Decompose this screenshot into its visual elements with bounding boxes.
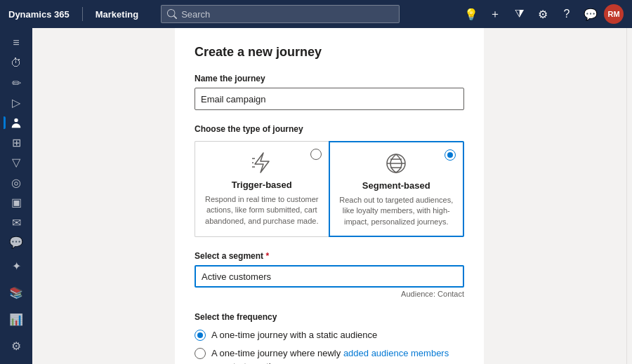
- freq-radio-open[interactable]: [195, 348, 206, 359]
- sidebar-list-icon[interactable]: ▣: [4, 194, 29, 212]
- name-section: Name the journey: [195, 74, 464, 110]
- module-name: Marketing: [96, 9, 138, 20]
- freq-option-static[interactable]: A one-time journey with a static audienc…: [195, 329, 464, 342]
- segment-icon: [338, 151, 455, 176]
- sidebar-people-icon[interactable]: [4, 114, 29, 132]
- sidebar-star-icon[interactable]: ✦: [4, 253, 29, 278]
- frequency-label: Select the frequency: [195, 312, 464, 322]
- nav-icon-group: 💡 ＋ ⧩ ⚙ ? 💬 RM: [461, 4, 624, 25]
- sidebar-recent-icon[interactable]: ⏱: [4, 53, 29, 72]
- nav-divider: [82, 7, 83, 21]
- name-label: Name the journey: [195, 74, 464, 83]
- freq-label-static: A one-time journey with a static audienc…: [211, 329, 377, 342]
- segment-field: [195, 265, 464, 288]
- search-input[interactable]: [181, 9, 393, 20]
- trigger-based-card[interactable]: Trigger-based Respond in real time to cu…: [195, 141, 329, 237]
- segment-section: Select a segment * Audience: Contact: [195, 251, 464, 298]
- freq-option-open[interactable]: A one-time journey where newly added aud…: [195, 347, 464, 364]
- journey-type-options: Trigger-based Respond in real time to cu…: [195, 141, 464, 237]
- sidebar-funnel-icon[interactable]: ▽: [4, 154, 29, 172]
- chat-bubble-icon[interactable]: 💬: [580, 4, 601, 25]
- scroll-track: [626, 28, 632, 364]
- sidebar-hamburger-icon[interactable]: ≡: [4, 34, 29, 52]
- freq-radio-static[interactable]: [195, 330, 206, 341]
- trigger-icon: [204, 150, 320, 175]
- segment-desc: Reach out to targeted audiences, like lo…: [338, 195, 455, 227]
- form-panel: Create a new journey Name the journey Ch…: [175, 28, 484, 364]
- type-section: Choose the type of journey: [195, 124, 464, 237]
- required-marker: *: [265, 251, 269, 261]
- frequency-section: Select the frequency A one-time journey …: [195, 312, 464, 364]
- sidebar: ≡ ⏱ ✏ ▷ ⊞ ▽ ◎ ▣ ✉ 💬 ✦ 📚 📊 ⚙: [0, 28, 32, 364]
- sidebar-grid-icon[interactable]: ⊞: [4, 133, 29, 151]
- segment-title: Segment-based: [338, 180, 455, 191]
- content-area: Create a new journey Name the journey Ch…: [32, 28, 626, 364]
- brand: Dynamics 365 Marketing: [8, 7, 147, 21]
- help-icon[interactable]: ?: [556, 4, 577, 25]
- segment-label: Select a segment *: [195, 251, 464, 261]
- segment-radio[interactable]: [445, 149, 456, 161]
- sidebar-play-icon[interactable]: ▷: [4, 93, 29, 112]
- audience-note: Audience: Contact: [195, 290, 464, 298]
- segment-based-card[interactable]: Segment-based Reach out to targeted audi…: [329, 141, 465, 237]
- trigger-title: Trigger-based: [204, 180, 320, 190]
- sidebar-bottom: ✦ 📚 📊 ⚙: [4, 253, 29, 358]
- top-navigation: Dynamics 365 Marketing 💡 ＋ ⧩ ⚙ ? 💬 RM: [0, 0, 632, 28]
- user-avatar[interactable]: RM: [604, 4, 624, 24]
- brand-name: Dynamics 365: [8, 9, 70, 20]
- page-title: Create a new journey: [195, 45, 464, 60]
- trigger-desc: Respond in real time to customer actions…: [204, 194, 320, 227]
- settings-icon[interactable]: ⚙: [532, 4, 553, 25]
- sidebar-cog-icon[interactable]: ⚙: [4, 333, 29, 358]
- sidebar-book-icon[interactable]: 📚: [4, 280, 29, 305]
- trigger-radio[interactable]: [310, 149, 322, 160]
- sidebar-mail-icon[interactable]: ✉: [4, 213, 29, 231]
- sidebar-globe-icon[interactable]: ◎: [4, 173, 29, 191]
- main-layout: ≡ ⏱ ✏ ▷ ⊞ ▽ ◎ ▣ ✉ 💬 ✦ 📚 📊 ⚙ Create a new…: [0, 28, 632, 364]
- journey-name-input[interactable]: [195, 88, 464, 110]
- search-bar[interactable]: [161, 5, 400, 23]
- sidebar-chart-icon[interactable]: 📊: [4, 306, 29, 332]
- search-icon: [167, 9, 177, 19]
- type-label: Choose the type of journey: [195, 124, 464, 134]
- freq-label-open: A one-time journey where newly added aud…: [211, 347, 464, 364]
- plus-icon[interactable]: ＋: [485, 4, 506, 25]
- sidebar-chat-icon[interactable]: 💬: [4, 234, 29, 252]
- segment-input[interactable]: [195, 265, 464, 288]
- sidebar-edit-icon[interactable]: ✏: [4, 74, 29, 92]
- lightbulb-icon[interactable]: 💡: [461, 4, 482, 25]
- filter-icon[interactable]: ⧩: [508, 4, 529, 25]
